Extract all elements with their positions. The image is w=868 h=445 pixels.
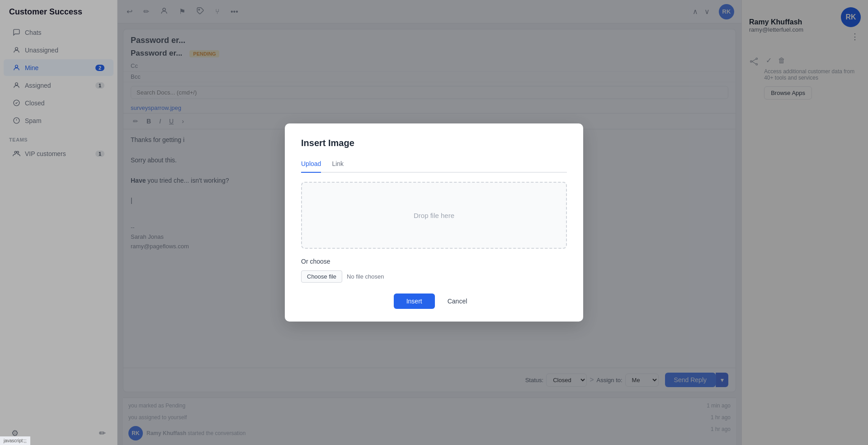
- insert-image-modal: Insert Image Upload Link Drop file here …: [285, 123, 583, 322]
- insert-button[interactable]: Insert: [394, 294, 435, 309]
- modal-title: Insert Image: [301, 138, 567, 148]
- status-bar: javascript:;;: [0, 436, 30, 445]
- no-file-text: No file chosen: [347, 273, 384, 280]
- drop-zone[interactable]: Drop file here: [301, 182, 567, 249]
- status-text: javascript:;;: [4, 438, 27, 443]
- or-choose-label: Or choose: [301, 258, 567, 265]
- choose-file-button[interactable]: Choose file: [301, 270, 342, 283]
- modal-tabs: Upload Link: [301, 157, 567, 173]
- modal-backdrop: Insert Image Upload Link Drop file here …: [0, 0, 868, 445]
- file-row: Choose file No file chosen: [301, 270, 567, 283]
- tab-upload[interactable]: Upload: [301, 157, 321, 173]
- drop-zone-text: Drop file here: [414, 212, 454, 219]
- tab-link[interactable]: Link: [332, 157, 344, 173]
- cancel-button[interactable]: Cancel: [440, 294, 475, 309]
- modal-actions: Insert Cancel: [301, 294, 567, 309]
